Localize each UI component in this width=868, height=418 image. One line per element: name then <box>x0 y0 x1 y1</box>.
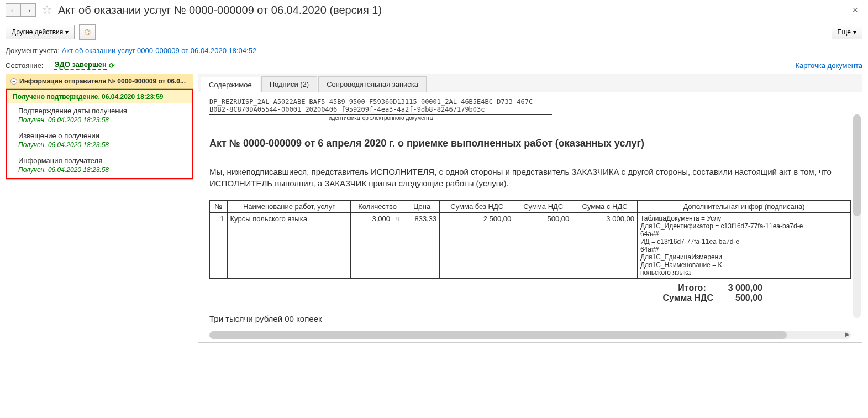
list-item[interactable]: Извещение о получении <box>7 128 192 141</box>
doc-label: Документ учета: <box>6 46 60 55</box>
cell-extra: ТаблицаДокумента = Услу Для1С_Идентифика… <box>637 213 850 279</box>
list-item-ts: Получен, 06.04.2020 18:23:58 <box>7 166 192 178</box>
chevron-down-icon: ▾ <box>65 28 69 36</box>
card-link[interactable]: Карточка документа <box>796 61 862 70</box>
cell-sum-vat: 3 000,00 <box>572 213 638 279</box>
list-item[interactable]: Подтверждение даты получения <box>7 103 192 116</box>
tab-content[interactable]: Содержимое <box>201 77 260 92</box>
sidebar-header[interactable]: − Информация отправителя № 0000-000009 о… <box>6 74 193 89</box>
tree-icon: ⌬ <box>84 28 91 36</box>
scrollbar-thumb[interactable] <box>853 114 861 216</box>
cell-unit: ч <box>393 213 404 279</box>
table-row: 1 Курсы польского языка 3,000 ч 833,33 2… <box>210 213 851 279</box>
col-sum-vat: Сумма с НДС <box>572 201 638 213</box>
scrollbar-thumb[interactable] <box>209 331 787 339</box>
doc-text: Мы, нижеподписавшиеся, представитель ИСП… <box>209 166 851 189</box>
col-price: Цена <box>404 201 440 213</box>
status-label: Состояние: <box>6 61 43 70</box>
col-vat: Сумма НДС <box>514 201 572 213</box>
doc-title: Акт № 0000-000009 от 6 апреля 2020 г. о … <box>209 138 851 149</box>
amount-in-words: Три тысячи рублей 00 копеек <box>209 314 851 323</box>
tabs: Содержимое Подписи (2) Сопроводительная … <box>198 74 862 92</box>
cell-name: Курсы польского языка <box>227 213 351 279</box>
favorite-icon[interactable]: ☆ <box>41 3 52 17</box>
tab-signatures[interactable]: Подписи (2) <box>261 76 317 92</box>
cell-price: 833,33 <box>404 213 440 279</box>
doc-identifier: DP_REZRUISP_2AL-A5022ABE-BAF5-45B9-9500-… <box>209 98 552 115</box>
list-item-ts: Получен, 06.04.2020 18:23:58 <box>7 116 192 128</box>
horizontal-scrollbar[interactable]: ▶ <box>209 331 851 339</box>
col-num: № <box>210 201 228 213</box>
list-item[interactable]: Информация получателя <box>7 153 192 166</box>
nav-forward[interactable]: → <box>20 3 36 17</box>
chevron-down-icon: ▾ <box>853 28 856 36</box>
status-value: ЭДО завершен <box>54 60 106 70</box>
collapse-icon[interactable]: − <box>10 78 17 85</box>
scroll-right-icon[interactable]: ▶ <box>845 331 850 337</box>
other-actions-button[interactable]: Другие действия ▾ <box>6 25 75 39</box>
tab-cover-note[interactable]: Сопроводительная записка <box>318 76 427 92</box>
document-body: DP_REZRUISP_2AL-A5022ABE-BAF5-45B9-9500-… <box>198 92 862 329</box>
sidebar: − Информация отправителя № 0000-000009 о… <box>6 74 193 180</box>
services-table: № Наименование работ, услуг Количество Ц… <box>209 200 851 279</box>
highlighted-section: Получено подтверждение, 06.04.2020 18:23… <box>6 89 193 179</box>
tree-button[interactable]: ⌬ <box>79 24 96 40</box>
cell-num: 1 <box>210 213 228 279</box>
doc-link[interactable]: Акт об оказании услуг 0000-000009 от 06.… <box>62 46 256 55</box>
col-sum-no-vat: Сумма без НДС <box>440 201 514 213</box>
col-name: Наименование работ, услуг <box>227 201 351 213</box>
refresh-icon[interactable]: ⟳ <box>109 61 115 70</box>
doc-id-label: идентификатор электронного документа <box>209 115 552 121</box>
content-panel: Содержимое Подписи (2) Сопроводительная … <box>198 74 862 343</box>
nav-back[interactable]: ← <box>6 3 21 17</box>
totals: Итого:3 000,00 Сумма НДС500,00 <box>209 283 851 303</box>
page-title: Акт об оказании услуг № 0000-000009 от 0… <box>58 4 382 17</box>
cell-qty: 3,000 <box>351 213 393 279</box>
col-qty: Количество <box>351 201 404 213</box>
cell-sum-no-vat: 2 500,00 <box>440 213 514 279</box>
vertical-scrollbar[interactable] <box>853 114 861 318</box>
col-extra: Дополнительная инфор (подписана) <box>637 201 850 213</box>
close-icon[interactable]: × <box>848 4 862 16</box>
cell-vat: 500,00 <box>514 213 572 279</box>
list-item-ts: Получен, 06.04.2020 18:23:58 <box>7 141 192 153</box>
more-button[interactable]: Еще ▾ <box>832 25 862 39</box>
confirmation-row[interactable]: Получено подтверждение, 06.04.2020 18:23… <box>7 90 192 103</box>
